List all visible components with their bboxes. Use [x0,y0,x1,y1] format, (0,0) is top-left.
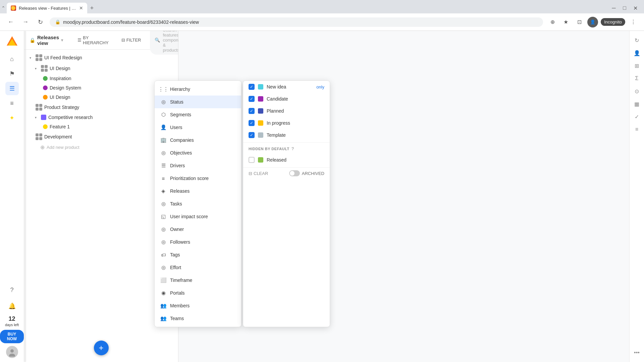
cast-icon[interactable]: ⊕ [547,17,558,27]
status-label: New idea [267,84,286,89]
archived-toggle[interactable] [289,170,300,176]
help-icon[interactable]: ? [5,283,19,297]
archived-toggle-area: ARCHIVED [289,170,324,176]
menu-item-companies[interactable]: 🏢 Companies [155,134,241,146]
menu-item-status[interactable]: ◎ Status [155,96,241,108]
menu-item-label: Prioritization score [170,176,209,181]
menu-item-tags[interactable]: 🏷 Tags [155,248,241,261]
fab-button[interactable]: + [94,341,109,355]
extension-icon[interactable]: ⊡ [574,17,585,27]
tree-item-ui-feed-redesign[interactable]: ▾ UI Feed Redesign [24,52,178,63]
search-icon: 🔍 [155,38,160,43]
menu-item-prioritization-score[interactable]: ≡ Prioritization score [155,172,241,185]
menu-item-tasks[interactable]: ◎ Tasks [155,197,241,210]
menu-item-hierarchy[interactable]: ⋮⋮ Hierarchy [155,83,241,96]
right-check-icon[interactable]: ✓ [632,111,642,122]
view-title[interactable]: 🔒 Releases view ▾ [30,35,63,46]
app-logo[interactable] [5,35,19,48]
notifications-icon[interactable]: 🔔 [5,299,19,313]
clear-button[interactable]: ⊟ CLEAR [249,171,268,176]
chevron-icon: ▾ [30,56,34,60]
sidebar-sparkle-icon[interactable]: ✦ [5,111,19,125]
filter-button[interactable]: ⊟ FILTER [118,36,145,44]
buy-now-button[interactable]: BUY NOW [0,330,24,343]
toolbar: 🔒 Releases view ▾ ☰ BY HIERARCHY ⊟ FILTE… [24,31,178,50]
profile-icon[interactable]: 👤 [587,17,598,27]
menu-item-effort[interactable]: ◎ Effort [155,261,241,274]
menu-item-followers[interactable]: ◎ Followers [155,236,241,248]
help-icon[interactable]: ? [291,146,294,151]
reload-button[interactable]: ↻ [35,17,46,27]
impact-icon: ◱ [160,213,167,220]
menu-item-drivers[interactable]: ☰ Drivers [155,159,241,172]
checkbox-candidate[interactable]: ✓ [249,96,255,102]
status-option-candidate[interactable]: ✓ Candidate [243,93,330,105]
dropdown-arrow[interactable]: ▾ [61,38,63,43]
sidebar-list-icon[interactable]: ☰ [5,82,19,95]
status-option-in-progress[interactable]: ✓ In progress [243,117,330,129]
minimize-button[interactable]: ─ [609,3,619,13]
icon-sidebar: ⌂ ⚑ ☰ ≡ ✦ ? 🔔 12 days left BUY NOW [0,31,24,362]
checkbox-released[interactable] [249,157,255,163]
status-option-new-idea[interactable]: ✓ New idea only [243,81,330,93]
status-option-planned[interactable]: ✓ Planned [243,105,330,117]
right-clock-icon[interactable]: ⊙ [632,86,642,97]
days-number: 12 [5,315,19,323]
tab-favicon: 🟡 [11,5,16,11]
toggle-knob [290,171,294,176]
menu-item-user-impact-score[interactable]: ◱ User impact score [155,210,241,223]
checkbox-planned[interactable]: ✓ [249,108,255,114]
new-tab-button[interactable]: + [87,3,97,13]
menu-item-releases[interactable]: ◈ Releases [155,185,241,197]
right-more-icon[interactable]: ••• [632,347,642,358]
grid-icon [36,54,42,61]
sidebar-lines-icon[interactable]: ≡ [5,97,19,110]
close-button[interactable]: ✕ [631,3,640,13]
forward-button[interactable]: → [20,17,31,27]
only-link-new-idea[interactable]: only [316,84,324,89]
status-label: Candidate [267,96,288,102]
menu-button[interactable]: ⋮ [628,17,639,27]
tab-close[interactable]: ✕ [79,5,83,11]
checkbox-new-idea[interactable]: ✓ [249,84,255,90]
active-tab[interactable]: 🟡 Releases view - Features | Produ... ✕ [7,3,87,13]
menu-item-label: Status [170,99,183,105]
add-label: Add new product [47,145,79,150]
sidebar-flag-icon[interactable]: ⚑ [5,67,19,80]
menu-item-members[interactable]: 👥 Members [155,299,241,312]
url-input[interactable]: 🔒 moodjoy.productboard.com/feature-board… [50,17,543,27]
menu-item-teams[interactable]: 👥 Teams [155,312,241,325]
bookmark-icon[interactable]: ★ [560,17,571,27]
right-barchart-icon[interactable]: ▦ [632,99,642,109]
right-refresh-icon[interactable]: ↻ [632,35,642,46]
svg-point-3 [9,354,15,357]
drivers-icon: ☰ [160,162,167,169]
sidebar-home-icon[interactable]: ⌂ [5,52,19,66]
menu-item-portals[interactable]: ◉ Portals [155,287,241,299]
back-button[interactable]: ← [5,17,16,27]
status-option-released[interactable]: Released [243,154,330,166]
checkbox-in-progress[interactable]: ✓ [249,120,255,126]
menu-item-segments[interactable]: ⬡ Segments [155,108,241,121]
menu-item-users[interactable]: 👤 Users [155,121,241,134]
tags-icon: 🏷 [160,251,167,258]
user-avatar[interactable] [6,346,18,358]
right-sigma-icon[interactable]: Σ [632,73,642,84]
status-option-template[interactable]: ✓ Template [243,129,330,141]
status-label: Template [267,132,286,138]
tree-item-ui-design[interactable]: ▾ UI Design [24,63,178,74]
checkbox-template[interactable]: ✓ [249,132,255,138]
right-list-icon[interactable]: ≡ [632,124,642,135]
menu-item-label: Timeframe [170,278,192,283]
hierarchy-button[interactable]: ☰ BY HIERARCHY [74,34,112,47]
menu-item-owner[interactable]: ◎ Owner [155,223,241,236]
hierarchy-icon: ⋮⋮ [160,86,167,93]
menu-item-label: Portals [170,290,185,296]
menu-item-objectives[interactable]: ◎ Objectives [155,146,241,159]
maximize-button[interactable]: □ [620,3,629,13]
right-grid-icon[interactable]: ⊞ [632,60,642,71]
grid-icon [41,65,48,72]
right-user-icon[interactable]: 👤 [632,48,642,58]
menu-item-timeframe[interactable]: ⬜ Timeframe [155,274,241,287]
hidden-label: HIDDEN BY DEFAULT [249,147,289,151]
